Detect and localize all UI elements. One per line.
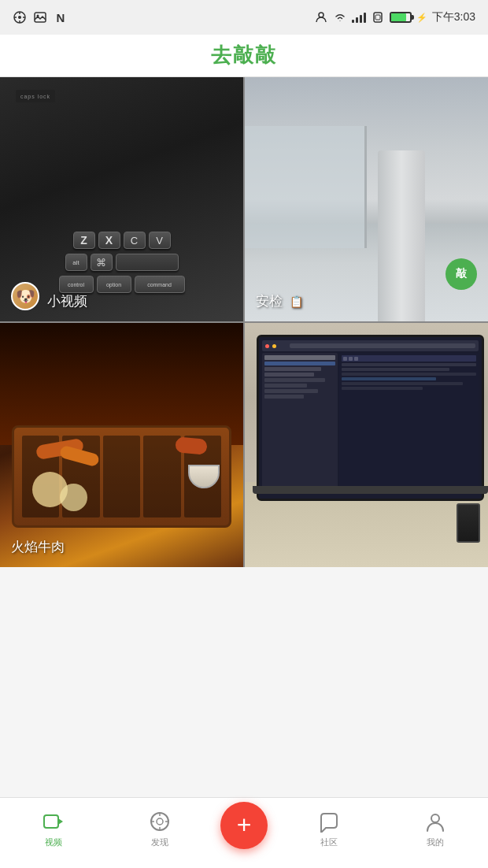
battery-indicator: [390, 12, 412, 23]
wifi-icon: [333, 10, 347, 24]
dog-avatar: 🐶: [11, 282, 39, 310]
key-space: [116, 254, 179, 271]
sim-icon: [371, 10, 385, 24]
svg-point-19: [431, 814, 439, 822]
key-z: Z: [73, 232, 95, 249]
svg-rect-10: [375, 15, 380, 20]
grid-item-computer[interactable]: [245, 323, 488, 567]
key-c: C: [124, 232, 146, 249]
nav-item-profile[interactable]: 我的: [382, 810, 488, 848]
add-icon: +: [237, 812, 252, 837]
key-alt: alt: [65, 254, 87, 271]
status-bar: N: [0, 0, 488, 35]
knock-badge: 敲: [445, 258, 477, 290]
food-label: 火焰牛肉: [11, 538, 65, 556]
airport-glass: [245, 126, 367, 248]
svg-point-14: [157, 818, 163, 825]
nav-item-video[interactable]: 视频: [0, 810, 106, 848]
charging-icon: ⚡: [416, 13, 427, 23]
keyboard-image: caps lock Z X C V alt ⌘ control option c…: [0, 77, 243, 321]
video-label: 视频: [45, 836, 62, 848]
grid-item-airport[interactable]: 安检 📋 敲: [245, 77, 488, 321]
grid-item-food[interactable]: 火焰牛肉: [0, 323, 243, 567]
grid-item-keyboard[interactable]: caps lock Z X C V alt ⌘ control option c…: [0, 77, 243, 321]
nav-item-discover[interactable]: 发现: [106, 810, 213, 848]
security-badge-icon: 📋: [290, 295, 303, 308]
image-icon: [33, 10, 47, 24]
airport-column: [378, 150, 425, 321]
status-bar-right: ⚡ 下午3:03: [314, 10, 475, 24]
discover-label: 发现: [151, 836, 168, 848]
nav-item-community[interactable]: 社区: [275, 810, 382, 848]
svg-marker-12: [58, 818, 63, 825]
svg-point-8: [319, 13, 323, 17]
svg-rect-11: [44, 815, 58, 828]
key-cmd-symbol: ⌘: [91, 254, 113, 271]
signal-bars: [352, 12, 366, 23]
computer-image: [245, 323, 488, 567]
key-v: V: [149, 232, 171, 249]
keyboard-label: 小视频: [47, 292, 87, 310]
key-option: option: [97, 276, 131, 293]
airport-label: 安检 📋: [256, 292, 303, 310]
bottom-navigation: 视频 发现 + 社区: [0, 797, 488, 868]
status-bar-left: N: [13, 10, 68, 24]
key-row-2: alt ⌘: [0, 254, 243, 271]
community-label: 社区: [320, 836, 338, 848]
caps-lock-indicator: caps lock: [16, 90, 55, 102]
key-command: command: [135, 276, 185, 293]
time-display: 下午3:03: [432, 10, 475, 24]
add-fab-button[interactable]: +: [220, 802, 268, 849]
nav-item-add[interactable]: +: [213, 802, 275, 857]
content-grid: caps lock Z X C V alt ⌘ control option c…: [0, 77, 488, 567]
profile-icon: [423, 810, 447, 833]
badge-container: 敲: [445, 258, 477, 290]
n-icon: N: [54, 10, 68, 24]
discover-icon: [148, 810, 172, 833]
compass-icon: [13, 10, 27, 24]
page-title: 去敲敲: [211, 42, 277, 69]
svg-point-1: [18, 16, 21, 19]
key-row-1: Z X C V: [0, 232, 243, 249]
key-x: X: [98, 232, 120, 249]
profile-label: 我的: [427, 836, 444, 848]
key-control: control: [59, 276, 94, 293]
header: 去敲敲: [0, 35, 488, 77]
person-icon: [314, 10, 328, 24]
video-icon: [42, 810, 65, 833]
food-image: [0, 323, 243, 567]
community-icon: [317, 810, 341, 833]
